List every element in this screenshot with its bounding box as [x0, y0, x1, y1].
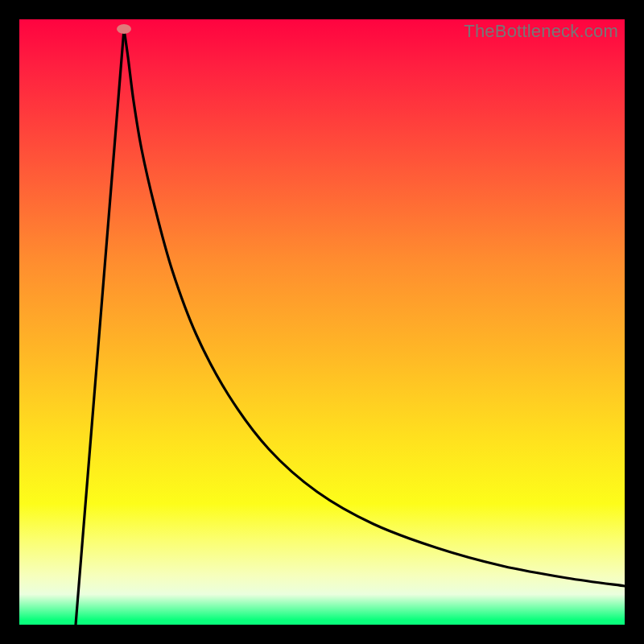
vertex-marker — [117, 24, 131, 34]
chart-svg — [19, 19, 625, 625]
chart-frame: TheBottleneck.com — [19, 19, 625, 625]
attribution-text: TheBottleneck.com — [464, 21, 618, 42]
left-curve — [76, 29, 124, 625]
right-curve — [124, 29, 625, 586]
